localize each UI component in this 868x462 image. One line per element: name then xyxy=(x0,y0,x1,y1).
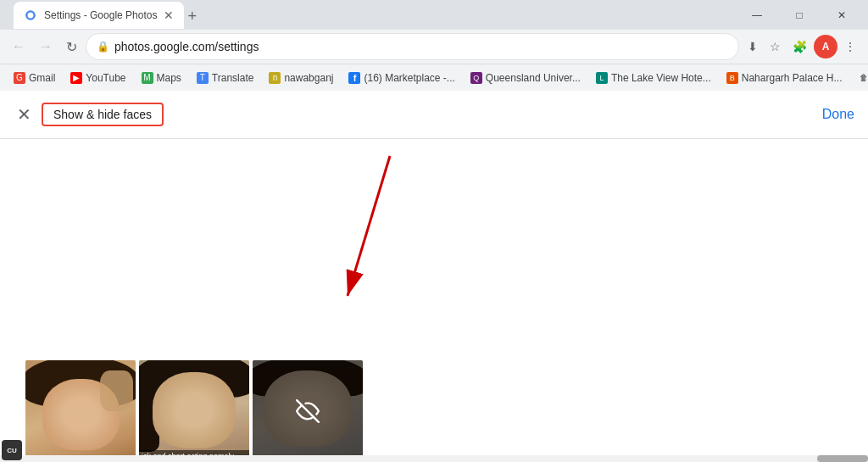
bookmark-youtube[interactable]: ▶ YouTube xyxy=(64,70,132,86)
tab-favicon xyxy=(24,8,37,22)
bookmark-translate-label: Translate xyxy=(212,72,254,84)
lock-icon: 🔒 xyxy=(97,41,109,53)
corner-logo: CU xyxy=(2,440,22,460)
bookmark-gmail-label: Gmail xyxy=(29,72,55,84)
scrollbar-track xyxy=(0,455,868,462)
title-bar: Settings - Google Photos ✕ + — □ ✕ xyxy=(0,0,868,30)
marketplace-favicon: f xyxy=(348,72,360,84)
maps-favicon: M xyxy=(142,72,153,84)
bookmark-translate[interactable]: T Translate xyxy=(190,70,261,86)
nav-actions: ⬇ ☆ 🧩 A ⋮ xyxy=(743,35,861,58)
face-card-3[interactable] xyxy=(253,360,363,462)
close-button[interactable]: ✕ xyxy=(822,0,861,30)
bookmark-nahargarh[interactable]: B Nahargarh Palace H... xyxy=(720,70,849,86)
search-chip[interactable]: Show & hide faces xyxy=(42,103,164,126)
nawabganj-favicon: n xyxy=(269,72,281,84)
face-photo-3 xyxy=(253,360,363,462)
scrollbar-thumb[interactable] xyxy=(817,455,868,462)
extensions-button[interactable]: 🧩 xyxy=(787,35,812,58)
tab-close-button[interactable]: ✕ xyxy=(164,8,174,22)
window-controls: — □ ✕ xyxy=(737,0,861,30)
bookmark-marketplace-label: (16) Marketplace -... xyxy=(364,72,454,84)
bookmark-youtube-label: YouTube xyxy=(86,72,125,84)
face-hidden-overlay xyxy=(253,360,363,462)
face-card-2[interactable]: ick and short acting namely xyxy=(139,360,249,462)
bookmark-marketplace[interactable]: f (16) Marketplace -... xyxy=(342,70,461,86)
browser-tab[interactable]: Settings - Google Photos ✕ xyxy=(14,2,184,29)
minimize-button[interactable]: — xyxy=(737,0,776,30)
youtube-favicon: ▶ xyxy=(70,72,82,84)
menu-button[interactable]: ⋮ xyxy=(839,35,861,58)
profile-button[interactable]: A xyxy=(814,35,837,58)
maximize-button[interactable]: □ xyxy=(780,0,819,30)
cycle-favicon: 🗑 xyxy=(858,72,868,84)
close-search-button[interactable]: ✕ xyxy=(14,101,35,128)
bookmark-nahargarh-label: Nahargarh Palace H... xyxy=(742,72,843,84)
hidden-eye-icon xyxy=(296,399,320,423)
done-button[interactable]: Done xyxy=(822,107,854,122)
new-tab-button[interactable]: + xyxy=(184,4,200,29)
bookmarks-bar: G Gmail ▶ YouTube M Maps T Translate n n… xyxy=(0,64,868,91)
bookmark-nawabganj[interactable]: n nawabganj xyxy=(262,70,340,86)
bookmark-maps[interactable]: M Maps xyxy=(135,70,188,86)
address-text: photos.google.com/settings xyxy=(114,40,728,53)
face-photo-2: ick and short acting namely xyxy=(139,360,249,462)
tab-title: Settings - Google Photos xyxy=(44,9,157,21)
refresh-button[interactable]: ↻ xyxy=(61,34,82,60)
address-bar[interactable]: 🔒 photos.google.com/settings xyxy=(86,33,739,60)
bookmark-queensland-label: Queensland Univer... xyxy=(486,72,581,84)
forward-button[interactable]: → xyxy=(34,34,58,59)
bookmark-queensland[interactable]: Q Queensland Univer... xyxy=(464,70,587,86)
bookmark-gmail[interactable]: G Gmail xyxy=(7,70,62,86)
downloads-button[interactable]: ⬇ xyxy=(743,35,763,58)
bookmark-lakeview-label: The Lake View Hote... xyxy=(611,72,711,84)
arrow-annotation xyxy=(322,148,424,317)
main-content: ick and short acting namely xyxy=(0,139,868,462)
bookmark-lakeview[interactable]: L The Lake View Hote... xyxy=(589,70,718,86)
back-button[interactable]: ← xyxy=(7,34,31,59)
bookmark-cycle[interactable]: 🗑 The Cycle Of Ameri... xyxy=(851,70,868,86)
navigation-bar: ← → ↻ 🔒 photos.google.com/settings ⬇ ☆ 🧩… xyxy=(0,30,868,64)
bookmark-nawabganj-label: nawabganj xyxy=(284,72,333,84)
nahargarh-favicon: B xyxy=(726,72,738,84)
queensland-favicon: Q xyxy=(470,72,482,84)
lakeview-favicon: L xyxy=(596,72,608,84)
gmail-favicon: G xyxy=(14,72,25,84)
face-photo-1 xyxy=(25,360,136,462)
translate-favicon: T xyxy=(197,72,209,84)
action-bar: ✕ Show & hide faces Done xyxy=(0,91,868,139)
favorites-button[interactable]: ☆ xyxy=(765,35,786,58)
face-grid: ick and short acting namely xyxy=(25,360,363,462)
svg-line-2 xyxy=(348,156,390,296)
page-content: ✕ Show & hide faces Done xyxy=(0,91,868,462)
bookmark-maps-label: Maps xyxy=(157,72,181,84)
face-card-1[interactable] xyxy=(25,360,136,462)
